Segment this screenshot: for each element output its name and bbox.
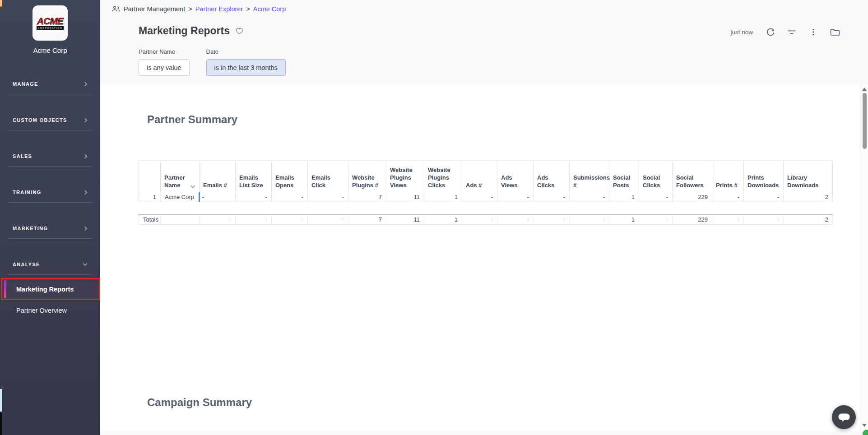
chat-bubble-icon: [838, 412, 850, 423]
table-header-row: Partner NameEmails #Emails List SizeEmai…: [139, 161, 833, 192]
total-social-clicks[interactable]: -: [639, 215, 673, 225]
sidebar-item-custom-objects[interactable]: CUSTOM OBJECTS: [0, 110, 100, 146]
total-ads-clicks[interactable]: -: [534, 215, 570, 225]
col-header-emails-list-size[interactable]: Emails List Size: [236, 161, 272, 192]
scrollbar-down-arrow[interactable]: [862, 424, 867, 427]
total-ads-num[interactable]: -: [462, 215, 497, 225]
breadcrumb-separator: >: [246, 5, 250, 13]
cell-website-plugins-views[interactable]: 11: [386, 192, 424, 202]
col-header-website-plugins-views[interactable]: Website Plugins Views: [386, 161, 424, 192]
col-header-social-posts[interactable]: Social Posts: [609, 161, 639, 192]
cell-website-plugins-num[interactable]: 7: [348, 192, 386, 202]
total-prints-downloads[interactable]: -: [744, 215, 784, 225]
kebab-menu-icon[interactable]: [808, 27, 819, 37]
partner-name-filter-chip[interactable]: is any value: [139, 59, 190, 76]
total-website-plugins-num[interactable]: 7: [348, 215, 386, 225]
cell-emails-list-size[interactable]: -: [236, 192, 272, 202]
cell-ads-num[interactable]: -: [462, 192, 497, 202]
cell-emails-num[interactable]: -: [200, 192, 236, 202]
cell-prints-num[interactable]: -: [712, 192, 744, 202]
cell-website-plugins-clicks[interactable]: 1: [424, 192, 462, 202]
col-header-website-plugins-num[interactable]: Website Plugins #: [348, 161, 386, 192]
col-header-ads-clicks[interactable]: Ads Clicks: [534, 161, 570, 192]
col-header-emails-click[interactable]: Emails Click: [308, 161, 348, 192]
total-submissions-num[interactable]: -: [570, 215, 609, 225]
sidebar-item-label: TRAINING: [13, 190, 42, 195]
total-library-downloads[interactable]: 2: [784, 215, 833, 225]
col-header-emails-opens[interactable]: Emails Opens: [272, 161, 308, 192]
table-row: 1Acme Corp----7111----1-229--2: [139, 192, 833, 202]
breadcrumb-acme-corp[interactable]: Acme Corp: [253, 5, 286, 13]
total-partner-name[interactable]: [161, 215, 200, 225]
col-header-social-clicks[interactable]: Social Clicks: [639, 161, 673, 192]
divider: [8, 238, 92, 239]
cell-library-downloads[interactable]: 2: [784, 192, 833, 202]
col-header-row-number[interactable]: [139, 161, 161, 192]
col-header-submissions-num[interactable]: Submissions #: [570, 161, 609, 192]
col-header-ads-num[interactable]: Ads #: [462, 161, 497, 192]
divider: [8, 202, 92, 203]
sidebar-item-manage[interactable]: MANAGE: [0, 74, 100, 110]
filter-label: Date: [206, 48, 286, 55]
cell-emails-opens[interactable]: -: [272, 192, 308, 202]
totals-label: Totals: [139, 215, 161, 225]
filter-icon[interactable]: [786, 27, 797, 37]
total-emails-list-size[interactable]: -: [236, 215, 272, 225]
sidebar-item-partner-overview[interactable]: Partner Overview: [0, 301, 100, 320]
total-social-followers[interactable]: 229: [673, 215, 712, 225]
cell-social-posts[interactable]: 1: [609, 192, 639, 202]
cell-prints-downloads[interactable]: -: [744, 192, 784, 202]
total-website-plugins-clicks[interactable]: 1: [424, 215, 462, 225]
sidebar-item-marketing-reports[interactable]: Marketing Reports: [1, 278, 100, 300]
date-filter-chip[interactable]: is in the last 3 months: [206, 59, 286, 76]
last-updated-text: just now: [730, 29, 753, 36]
section-title-partner-summary: Partner Summary: [147, 113, 237, 126]
logo-text-acme: ACME: [37, 17, 63, 26]
sidebar-item-sales[interactable]: SALES: [0, 146, 100, 182]
sidebar-nav: MANAGE CUSTOM OBJECTS SALES: [0, 74, 100, 291]
breadcrumb-partner-explorer[interactable]: Partner Explorer: [195, 5, 243, 13]
folder-icon[interactable]: [830, 27, 840, 37]
col-header-website-plugins-clicks[interactable]: Website Plugins Clicks: [424, 161, 462, 192]
chevron-right-icon: [83, 82, 88, 86]
cell-emails-click[interactable]: -: [308, 192, 348, 202]
chevron-right-icon: [83, 118, 88, 122]
sidebar-item-training[interactable]: TRAINING: [0, 182, 100, 218]
sidebar: ACME CORPORATION Acme Corp MANAGE CUSTOM…: [0, 0, 100, 435]
chat-launcher-button[interactable]: [832, 405, 856, 429]
total-emails-click[interactable]: -: [308, 215, 348, 225]
total-social-posts[interactable]: 1: [609, 215, 639, 225]
total-prints-num[interactable]: -: [712, 215, 744, 225]
total-emails-opens[interactable]: -: [272, 215, 308, 225]
totals-row: Totals----7111----1-229--2: [139, 215, 833, 225]
window-edge-artifact-black: [0, 412, 2, 435]
main-content: Partner Management > Partner Explorer > …: [100, 0, 868, 435]
cell-partner-name[interactable]: Acme Corp: [161, 192, 200, 202]
filter-bar: Partner Name is any value Date is in the…: [139, 48, 286, 76]
cell-social-clicks[interactable]: -: [639, 192, 673, 202]
col-header-prints-num[interactable]: Prints #: [712, 161, 744, 192]
cell-social-followers[interactable]: 229: [673, 192, 712, 202]
col-header-ads-views[interactable]: Ads Views: [497, 161, 534, 192]
partner-summary-tile: Partner NameEmails #Emails List SizeEmai…: [139, 160, 833, 225]
cell-submissions-num[interactable]: -: [570, 192, 609, 202]
breadcrumb-partner-management[interactable]: Partner Management: [124, 5, 185, 13]
col-header-emails-num[interactable]: Emails #: [200, 161, 236, 192]
total-ads-views[interactable]: -: [497, 215, 534, 225]
window-edge-artifact-orange: [0, 0, 2, 7]
col-header-partner-name[interactable]: Partner Name: [161, 161, 200, 192]
heart-outline-icon[interactable]: [236, 28, 243, 35]
col-header-library-downloads[interactable]: Library Downloads: [784, 161, 833, 192]
scrollbar-thumb[interactable]: [863, 93, 867, 149]
cell-ads-clicks[interactable]: -: [534, 192, 570, 202]
col-header-social-followers[interactable]: Social Followers: [673, 161, 712, 192]
cell-ads-views[interactable]: -: [497, 192, 534, 202]
table-spacer-cell: [139, 202, 833, 215]
vertical-scrollbar[interactable]: [860, 84, 868, 431]
total-website-plugins-views[interactable]: 11: [386, 215, 424, 225]
refresh-icon[interactable]: [765, 27, 775, 37]
scrollbar-up-arrow[interactable]: [862, 88, 867, 91]
total-emails-num[interactable]: -: [200, 215, 236, 225]
col-header-prints-downloads[interactable]: Prints Downloads: [744, 161, 784, 192]
sidebar-item-marketing[interactable]: MARKETING: [0, 218, 100, 255]
